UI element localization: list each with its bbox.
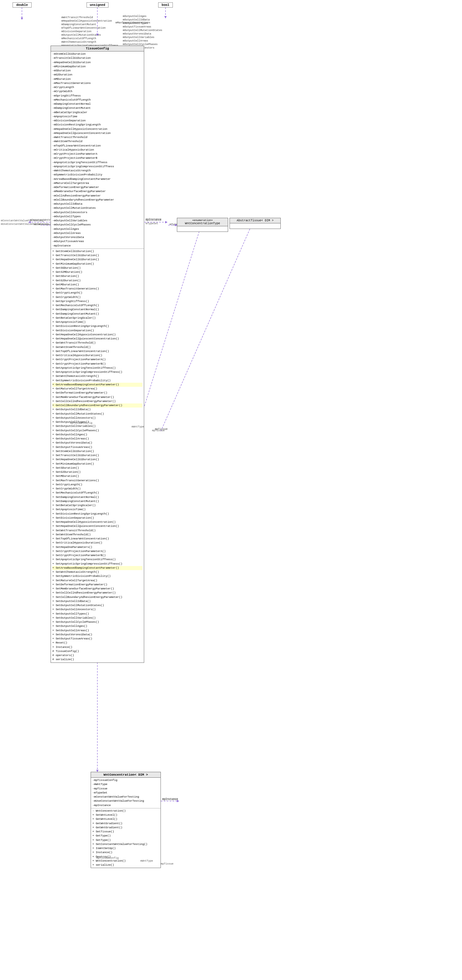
svg-text:mHepaOneCellHypoxicConcentrati: mHepaOneCellHypoxicConcentration bbox=[61, 19, 112, 22]
tissue-config-methods: + GetStemCellG1Duration() + GetTransitCe… bbox=[51, 249, 144, 662]
svg-text:mMechanicsCutOffLength: mMechanicsCutOffLength bbox=[61, 37, 96, 40]
svg-marker-28 bbox=[165, 221, 167, 223]
label-mp-tissue-wnt: mpTissue bbox=[161, 862, 174, 865]
abstract-tissue-content bbox=[230, 223, 280, 229]
wnt-concentration-title: WntConcentration< DIM > bbox=[91, 772, 161, 778]
svg-text:mOutputVoronoiData: mOutputVoronoiData bbox=[123, 32, 151, 35]
svg-marker-1 bbox=[21, 18, 23, 20]
enum-title: «enumeration» WntConcentrationType bbox=[177, 218, 228, 226]
label-mwnt-type-bottom: mWntType bbox=[132, 425, 144, 428]
wnt-concentration-type-enum: «enumeration» WntConcentrationType bbox=[177, 218, 228, 232]
svg-marker-13 bbox=[96, 33, 99, 36]
diagram-container: mWntTransitThreshold mHepaOneCellHypoxic… bbox=[0, 0, 462, 980]
svg-text:mOutputCellTypes: mOutputCellTypes bbox=[123, 22, 148, 25]
svg-text:mOutputCellVariables: mOutputCellVariables bbox=[123, 36, 155, 39]
svg-text:mDivisionSeparation: mDivisionSeparation bbox=[61, 30, 91, 33]
label-mp-tissue-bottom: mpTissue bbox=[152, 429, 165, 432]
bool-type-box: bool bbox=[158, 2, 173, 8]
label-mp-tissue-config-wnt: mpTissueConfig bbox=[97, 857, 119, 859]
svg-text:mOutputCellAreas: mOutputCellAreas bbox=[123, 40, 148, 42]
svg-line-40 bbox=[137, 219, 203, 428]
wnt-concentration-attributes: -mpTissueConfig -mWntType -mpTissue -mTy… bbox=[91, 778, 161, 808]
label-constant-wnt: mConstantWntValueForTesting bbox=[1, 219, 43, 222]
label-mp-tissue-config-bottom: mpTissueConfig bbox=[70, 422, 92, 425]
wnt-concentration-box: WntConcentration< DIM > -mpTissueConfig … bbox=[91, 772, 161, 868]
unsigned-type-box: unsigned bbox=[86, 2, 108, 8]
svg-text:mDampingConstantMutant: mDampingConstantMutant bbox=[61, 23, 96, 26]
tissue-config-title: TissueConfig bbox=[51, 46, 144, 51]
label-mwnt-type-wnt: mWntType bbox=[140, 859, 153, 862]
label-use-constant-wnt: mUseConstantWntValueForTesting bbox=[1, 223, 48, 226]
label-mtype-set: mTypeSet bbox=[146, 222, 158, 225]
enum-values bbox=[177, 226, 228, 232]
svg-text:mOutputCellMutationStates: mOutputCellMutationStates bbox=[61, 33, 101, 37]
tissue-config-attributes: -mStemCellG1Duration -mTransitCellG1Dura… bbox=[51, 51, 144, 249]
svg-text:mOutputCellAges: mOutputCellAges bbox=[123, 15, 147, 18]
abstract-tissue-box: AbstractTissue< DIM > bbox=[229, 218, 281, 229]
abstract-tissue-title: AbstractTissue< DIM > bbox=[230, 218, 280, 223]
tissue-config-box: TissueConfig -mStemCellG1Duration -mTran… bbox=[51, 46, 144, 663]
label-mp-instance-right: mpInstance bbox=[146, 218, 161, 221]
svg-line-43 bbox=[161, 219, 254, 431]
svg-text:mMaxTransitGenerations: mMaxTransitGenerations bbox=[116, 21, 150, 24]
svg-text:mWntTransitThreshold: mWntTransitThreshold bbox=[61, 16, 93, 19]
svg-text:mOutputTissueAreas: mOutputTissueAreas bbox=[123, 25, 151, 29]
double-type-box: double bbox=[13, 2, 32, 8]
label-mp-instance-wnt: mpInstance bbox=[162, 798, 178, 801]
svg-text:mTopOfLinearWntConcentration: mTopOfLinearWntConcentration bbox=[61, 27, 105, 30]
svg-text:mOutputCellMutationStates: mOutputCellMutationStates bbox=[123, 29, 162, 32]
svg-text:mOutputCellIdData: mOutputCellIdData bbox=[123, 18, 150, 21]
svg-text:mWntChemotaxisStrength: mWntChemotaxisStrength bbox=[61, 41, 96, 44]
svg-marker-16 bbox=[164, 16, 167, 18]
